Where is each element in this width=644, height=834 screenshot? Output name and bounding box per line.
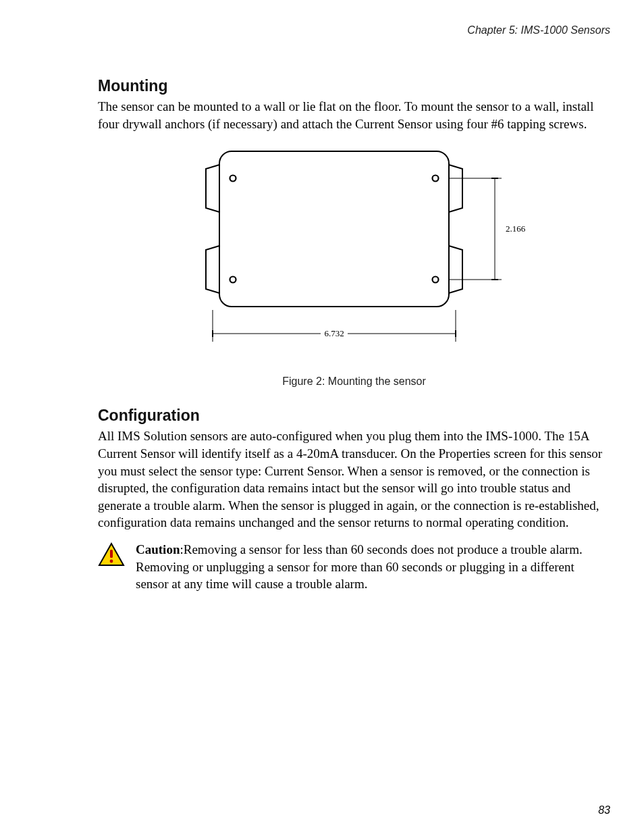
heading-configuration: Configuration — [98, 407, 610, 425]
svg-rect-17 — [110, 550, 113, 558]
svg-rect-0 — [219, 151, 449, 307]
paragraph-configuration: All IMS Solution sensors are auto-config… — [98, 427, 610, 531]
page-number: 83 — [598, 804, 610, 816]
mounting-diagram-svg: 2.166 6.732 — [179, 145, 530, 354]
running-head: Chapter 5: IMS-1000 Sensors — [98, 24, 610, 36]
svg-point-18 — [110, 560, 113, 563]
caution-label: Caution — [136, 542, 180, 556]
figure-mounting-diagram: 2.166 6.732 Figure 2: Mounting the senso… — [98, 145, 610, 388]
svg-point-2 — [230, 277, 236, 283]
paragraph-mounting: The sensor can be mounted to a wall or l… — [98, 98, 610, 132]
svg-point-1 — [230, 176, 236, 182]
svg-point-3 — [432, 176, 438, 182]
dim-width-label: 6.732 — [324, 328, 344, 338]
svg-point-4 — [432, 277, 438, 283]
warning-icon — [98, 541, 126, 569]
caution-block: Caution:Removing a sensor for less than … — [98, 541, 610, 593]
page: Chapter 5: IMS-1000 Sensors Mounting The… — [0, 0, 644, 834]
caution-body: :Removing a sensor for less than 60 seco… — [136, 542, 583, 591]
dim-height-label: 2.166 — [506, 224, 526, 234]
caution-text: Caution:Removing a sensor for less than … — [136, 541, 610, 593]
heading-mounting: Mounting — [98, 77, 610, 95]
figure-caption: Figure 2: Mounting the sensor — [98, 375, 610, 388]
